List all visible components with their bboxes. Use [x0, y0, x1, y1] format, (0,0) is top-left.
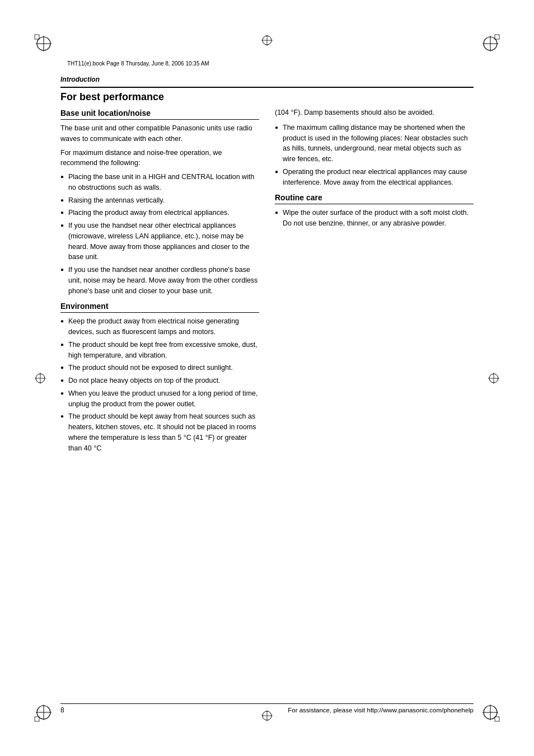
subsection-title-base-unit: Base unit location/noise: [60, 109, 259, 120]
list-item: When you leave the product unused for a …: [60, 388, 259, 410]
intro-label: Introduction: [60, 76, 474, 84]
svg-rect-11: [35, 717, 39, 721]
two-column-layout: Base unit location/noise The base unit a…: [60, 107, 474, 456]
list-item: Keep the product away from electrical no…: [60, 316, 259, 337]
main-section-title: For best performance: [60, 91, 474, 104]
file-info: THT11(e).book Page 8 Thursday, June 8, 2…: [67, 60, 209, 67]
corner-mark-tr: [480, 34, 500, 54]
center-mark-right: [487, 372, 500, 385]
list-item: The maximum calling distance may be shor…: [275, 123, 474, 165]
svg-rect-15: [495, 717, 499, 721]
environment-section: Environment Keep the product away from e…: [60, 302, 259, 453]
continued-temperature-text: (104 °F). Damp basements should also be …: [275, 107, 474, 118]
subsection-title-routine-care: Routine care: [275, 193, 474, 204]
list-item: The product should be kept away from hea…: [60, 411, 259, 453]
base-unit-intro-para2: For maximum distance and noise-free oper…: [60, 148, 259, 169]
corner-mark-tl: [34, 34, 54, 54]
list-item: Placing the base unit in a HIGH and CENT…: [60, 172, 259, 193]
list-item: The product should be kept free from exc…: [60, 340, 259, 361]
list-item: Operating the product near electrical ap…: [275, 167, 474, 188]
subsection-title-environment: Environment: [60, 302, 259, 313]
page-number: 8: [60, 706, 64, 714]
svg-rect-3: [35, 35, 39, 39]
routine-care-bullets: Wipe the outer surface of the product wi…: [275, 208, 474, 229]
corner-mark-br: [480, 702, 500, 722]
svg-rect-7: [495, 35, 499, 39]
right-column: (104 °F). Damp basements should also be …: [275, 107, 474, 456]
list-item: If you use the handset near another cord…: [60, 265, 259, 296]
right-col-bullets1: The maximum calling distance may be shor…: [275, 123, 474, 188]
footer-assistance-text: For assistance, please visit http://www.…: [288, 707, 474, 713]
center-mark-top: [260, 34, 274, 47]
list-item: Wipe the outer surface of the product wi…: [275, 208, 474, 229]
base-unit-bullets: Placing the base unit in a HIGH and CENT…: [60, 172, 259, 296]
list-item: Do not place heavy objects on top of the…: [60, 375, 259, 386]
list-item: Raising the antennas vertically.: [60, 195, 259, 206]
list-item: The product should not be exposed to dir…: [60, 363, 259, 373]
corner-mark-bl: [34, 702, 54, 722]
list-item: If you use the handset near other electr…: [60, 220, 259, 262]
page-footer: 8 For assistance, please visit http://ww…: [60, 703, 474, 714]
list-item: Placing the product away from electrical…: [60, 208, 259, 218]
intro-divider: [60, 87, 474, 88]
environment-bullets: Keep the product away from electrical no…: [60, 316, 259, 453]
left-column: Base unit location/noise The base unit a…: [60, 107, 259, 456]
center-mark-left: [34, 372, 47, 385]
base-unit-intro-para1: The base unit and other compatible Panas…: [60, 123, 259, 144]
